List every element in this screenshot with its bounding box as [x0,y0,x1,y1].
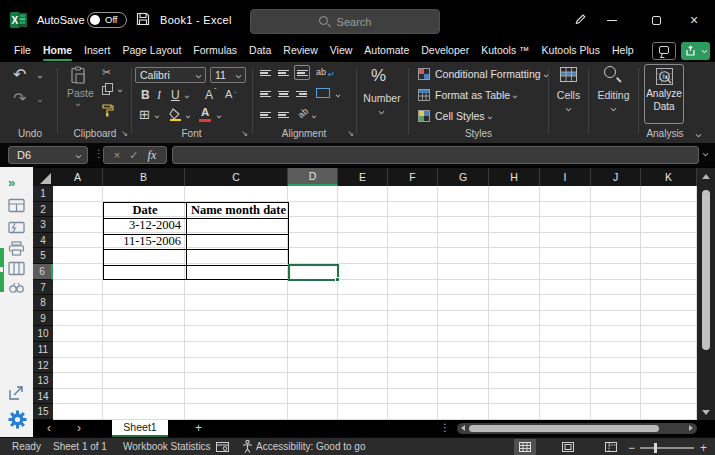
analyze-data-button[interactable]: Analyze Data [644,64,684,124]
enter-button[interactable]: ✓ [129,149,138,161]
comments-button[interactable] [652,42,676,60]
cell-J14[interactable] [591,389,641,405]
cell-C11[interactable] [185,342,288,358]
cell-styles-button[interactable]: Cell Styles [418,110,492,122]
decrease-font-button[interactable]: A [225,88,232,100]
cell-C14[interactable] [185,389,288,405]
cell-D4[interactable] [288,233,338,249]
cell-A1[interactable] [53,186,103,202]
column-header-J[interactable]: J [591,168,641,186]
open-pane-icon[interactable] [8,385,24,401]
cell-F14[interactable] [388,389,438,405]
cell-J10[interactable] [591,326,641,342]
paste-icon[interactable] [70,66,86,84]
cells-group-button[interactable]: Cells [550,89,587,101]
cell-G8[interactable] [438,295,489,311]
workbook-pane-icon[interactable] [8,198,25,213]
cell-G1[interactable] [438,186,489,202]
cell-G5[interactable] [438,248,489,264]
cell-K6[interactable] [641,264,697,280]
cell-G9[interactable] [438,311,489,327]
cell-F7[interactable] [388,280,438,296]
tab-automate[interactable]: Automate [358,40,415,62]
row-header-4[interactable]: 4 [33,233,53,249]
align-middle-button[interactable] [278,68,289,77]
cell-F1[interactable] [388,186,438,202]
previous-sheet-arrow[interactable]: ‹ [47,421,51,435]
cell-H2[interactable] [489,202,540,218]
cell-B1[interactable] [103,186,185,202]
cell-E3[interactable] [338,217,388,233]
cell-I10[interactable] [540,326,591,342]
cell-F5[interactable] [388,248,438,264]
cell-A5[interactable] [53,248,103,264]
tab-developer[interactable]: Developer [415,40,475,62]
row-header-12[interactable]: 12 [33,358,53,374]
row-header-7[interactable]: 7 [33,280,53,296]
scroll-up-arrow[interactable] [702,174,710,179]
normal-view-button[interactable] [514,439,536,455]
cell-D9[interactable] [288,311,338,327]
align-top-button[interactable] [260,68,271,77]
cell-B7[interactable] [103,280,185,296]
cell-K9[interactable] [641,311,697,327]
cell-K15[interactable] [641,404,697,420]
cell-K13[interactable] [641,373,697,389]
cell-H8[interactable] [489,295,540,311]
cell-J12[interactable] [591,358,641,374]
cell-G13[interactable] [438,373,489,389]
cell-F2[interactable] [388,202,438,218]
cell-J5[interactable] [591,248,641,264]
cell-A14[interactable] [53,389,103,405]
increase-font-button[interactable]: A [205,88,213,102]
tab-review[interactable]: Review [277,40,323,62]
autosave-toggle[interactable]: Off [87,12,127,28]
cell-H9[interactable] [489,311,540,327]
cell-J9[interactable] [591,311,641,327]
cell-H7[interactable] [489,280,540,296]
cell-I1[interactable] [540,186,591,202]
row-header-2[interactable]: 2 [33,202,53,218]
align-left-button[interactable] [260,89,271,98]
tab-view[interactable]: View [324,40,359,62]
cell-A10[interactable] [53,326,103,342]
cell-I15[interactable] [540,404,591,420]
scroll-left-arrow[interactable] [461,425,465,431]
merge-center-button[interactable] [316,88,330,98]
cell-D14[interactable] [288,389,338,405]
cell-E15[interactable] [338,404,388,420]
cell-E5[interactable] [338,248,388,264]
zoom-out-button[interactable]: − [628,441,635,455]
cell-I14[interactable] [540,389,591,405]
paste-button[interactable]: Paste [67,87,94,99]
borders-button[interactable]: ⊞ [139,107,150,122]
page-layout-view-button[interactable] [557,439,579,455]
scroll-right-arrow[interactable] [689,425,693,431]
cell-C9[interactable] [185,311,288,327]
cell-H15[interactable] [489,404,540,420]
cell-E1[interactable] [338,186,388,202]
row-header-5[interactable]: 5 [33,248,53,264]
cell-E2[interactable] [338,202,388,218]
column-header-E[interactable]: E [338,168,388,186]
expand-formula-bar-button[interactable] [703,151,709,157]
column-header-A[interactable]: A [53,168,103,186]
cell-H5[interactable] [489,248,540,264]
cell-K1[interactable] [641,186,697,202]
cell-F9[interactable] [388,311,438,327]
cell-G2[interactable] [438,202,489,218]
insert-function-button[interactable]: fx [148,148,157,162]
cell-J4[interactable] [591,233,641,249]
cell-H3[interactable] [489,217,540,233]
cell-I6[interactable] [540,264,591,280]
cell-D1[interactable] [288,186,338,202]
zoom-in-button[interactable]: + [700,441,707,455]
font-size-combo[interactable]: 11 [210,67,246,83]
redo-button[interactable]: ↷ [13,89,26,108]
cell-C12[interactable] [185,358,288,374]
cell-B13[interactable] [103,373,185,389]
cell-D13[interactable] [288,373,338,389]
cell-I5[interactable] [540,248,591,264]
column-header-B[interactable]: B [103,168,185,186]
settings-gear-icon[interactable] [8,410,27,429]
